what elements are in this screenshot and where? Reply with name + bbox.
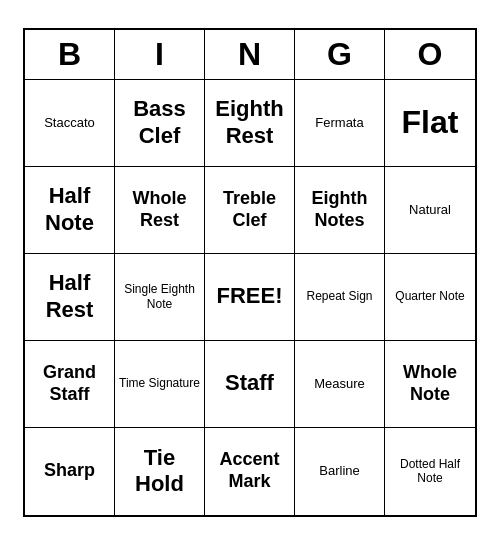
bingo-cell-10: Half Rest — [25, 254, 115, 341]
cell-text: Accent Mark — [209, 449, 290, 492]
cell-text: Bass Clef — [119, 96, 200, 149]
bingo-cell-6: Whole Rest — [115, 167, 205, 254]
bingo-cell-20: Sharp — [25, 428, 115, 515]
cell-text: Quarter Note — [395, 289, 464, 303]
bingo-cell-11: Single Eighth Note — [115, 254, 205, 341]
cell-text: Eighth Notes — [299, 188, 380, 231]
bingo-cell-9: Natural — [385, 167, 475, 254]
bingo-cell-12: FREE! — [205, 254, 295, 341]
cell-text: Whole Rest — [119, 188, 200, 231]
cell-text: Sharp — [44, 460, 95, 482]
bingo-cell-21: Tie Hold — [115, 428, 205, 515]
bingo-cell-4: Flat — [385, 80, 475, 167]
cell-text: Tie Hold — [119, 445, 200, 498]
cell-text: Half Note — [29, 183, 110, 236]
cell-text: Treble Clef — [209, 188, 290, 231]
bingo-cell-7: Treble Clef — [205, 167, 295, 254]
bingo-cell-19: Whole Note — [385, 341, 475, 428]
bingo-cell-1: Bass Clef — [115, 80, 205, 167]
bingo-cell-16: Time Signature — [115, 341, 205, 428]
cell-text: Eighth Rest — [209, 96, 290, 149]
header-letter: G — [295, 30, 385, 80]
cell-text: Natural — [409, 202, 451, 218]
cell-text: Half Rest — [29, 270, 110, 323]
bingo-cell-5: Half Note — [25, 167, 115, 254]
cell-text: Grand Staff — [29, 362, 110, 405]
bingo-cell-13: Repeat Sign — [295, 254, 385, 341]
bingo-cell-18: Measure — [295, 341, 385, 428]
cell-text: Whole Note — [389, 362, 471, 405]
cell-text: Fermata — [315, 115, 363, 131]
bingo-cell-23: Barline — [295, 428, 385, 515]
cell-text: FREE! — [217, 283, 283, 309]
cell-text: Single Eighth Note — [119, 282, 200, 311]
cell-text: Time Signature — [119, 376, 200, 390]
header-letter: O — [385, 30, 475, 80]
cell-text: Flat — [402, 103, 459, 141]
bingo-header: BINGO — [25, 30, 475, 80]
bingo-cell-2: Eighth Rest — [205, 80, 295, 167]
cell-text: Dotted Half Note — [389, 457, 471, 486]
bingo-card: BINGO StaccatoBass ClefEighth RestFermat… — [23, 28, 477, 517]
bingo-cell-3: Fermata — [295, 80, 385, 167]
bingo-cell-15: Grand Staff — [25, 341, 115, 428]
header-letter: I — [115, 30, 205, 80]
cell-text: Measure — [314, 376, 365, 392]
bingo-cell-8: Eighth Notes — [295, 167, 385, 254]
cell-text: Repeat Sign — [306, 289, 372, 303]
bingo-cell-22: Accent Mark — [205, 428, 295, 515]
cell-text: Barline — [319, 463, 359, 479]
bingo-cell-0: Staccato — [25, 80, 115, 167]
bingo-cell-24: Dotted Half Note — [385, 428, 475, 515]
bingo-grid: StaccatoBass ClefEighth RestFermataFlatH… — [25, 80, 475, 515]
cell-text: Staff — [225, 370, 274, 396]
cell-text: Staccato — [44, 115, 95, 131]
header-letter: N — [205, 30, 295, 80]
header-letter: B — [25, 30, 115, 80]
bingo-cell-17: Staff — [205, 341, 295, 428]
bingo-cell-14: Quarter Note — [385, 254, 475, 341]
